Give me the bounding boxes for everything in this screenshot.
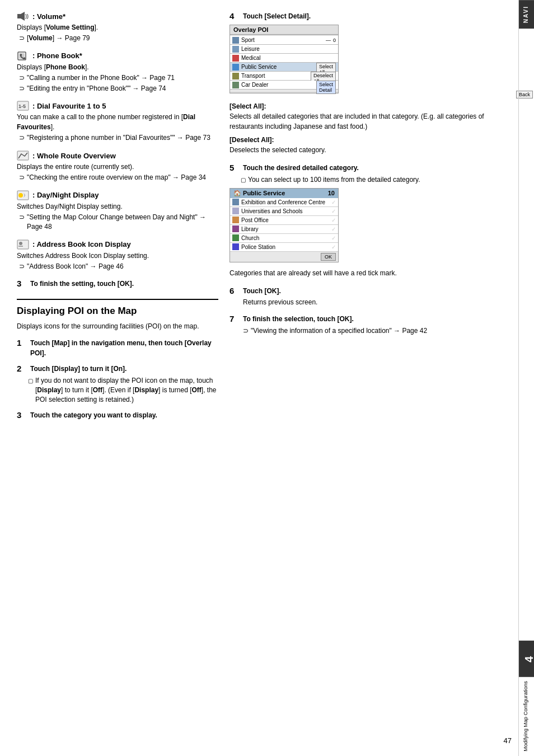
overlay-poi-title: Overlay POI: [230, 25, 338, 35]
poi-step3: 3 Touch the category you want to display…: [17, 410, 218, 420]
whole-route-body: Displays the entire route (currently set…: [17, 162, 218, 182]
poi-step1: 1 Touch [Map] in the navigation menu, th…: [17, 338, 218, 358]
dial-fav-icon: 1-5: [17, 101, 29, 111]
dial-favourite-body: You can make a call to the phone number …: [17, 112, 218, 143]
step6-desc: Returns previous screen.: [243, 298, 502, 306]
public-service-label: Public Service: [241, 64, 277, 70]
volume-title: )) : Volume*: [17, 11, 218, 21]
universities-icon: [232, 208, 239, 214]
tick-note: Categories that are already set will hav…: [229, 268, 502, 278]
poi-step2: 2 Touch [Display] to turn it [On]. ▢ If …: [17, 364, 218, 404]
step7-arrow: ⊃ "Viewing the information of a specifie…: [243, 326, 502, 336]
poi-intro: Displays icons for the surrounding facil…: [17, 321, 218, 331]
police-label: Police Station: [241, 244, 275, 250]
svg-text:📞: 📞: [20, 53, 26, 60]
right-step4-text: Touch [Select Detail].: [243, 11, 502, 21]
screenshot2-footer: OK: [230, 252, 338, 262]
deselect-all-para: [Deselect All]:Deselects the selected ca…: [229, 135, 502, 155]
public-service-row: Public Service Select All: [230, 63, 338, 72]
phonebook-label: : Phone Book*: [32, 51, 82, 60]
library-icon: [232, 226, 239, 232]
volume-arrow: ⊃ [Volume] → Page 79: [19, 34, 218, 43]
exhibition-icon: [232, 199, 239, 205]
section-divider: [17, 299, 218, 300]
step3-block: 3 To finish the setting, touch [OK].: [17, 279, 218, 289]
whole-route-title: : Whole Route Overview: [17, 151, 218, 161]
poi-step2-text: Touch [Display] to turn it [On].: [30, 364, 218, 374]
phone-book-icon: 📞: [17, 51, 29, 61]
sidebar-spacer: [519, 29, 534, 640]
svg-rect-12: [19, 242, 22, 245]
right-step5: 5 Touch the desired detailed category. ▢…: [229, 163, 502, 278]
poi-step2-subnote: ▢ If you do not want to display the POI …: [28, 376, 218, 404]
post-office-icon: [232, 217, 239, 223]
right-step6: 6 Touch [OK]. Returns previous screen.: [229, 286, 502, 306]
dial-favourite-section: 1-5 : Dial Favourite 1 to 5 You can make…: [17, 101, 218, 143]
exhibition-tick: ✓: [331, 199, 336, 205]
universities-row: Universities and Schools ✓: [230, 207, 338, 216]
poi-step2-subnote-text: If you do not want to display the POI ic…: [35, 376, 218, 404]
address-book-section: : Address Book Icon Display Switches Add…: [17, 240, 218, 271]
public-service-screenshot: 🏠 Public Service 10 Exhibition and Confe…: [229, 188, 339, 262]
church-icon: [232, 234, 239, 241]
right-sidebar: NAVI 4 Chapter Modifying Map Configurati…: [518, 0, 534, 756]
poi-step3-line: 3 Touch the category you want to display…: [17, 410, 218, 420]
right-step7-number: 7: [229, 314, 238, 323]
transport-label: Transport: [241, 73, 265, 79]
church-row: Church ✓: [230, 234, 338, 243]
poi-step3-number: 3: [17, 410, 26, 420]
dial-favourite-label: : Dial Favourite 1 to 5: [32, 102, 106, 110]
address-book-icon: [17, 240, 29, 250]
poi-section-header: Displaying POI on the Map: [17, 306, 218, 317]
day-night-body: Switches Day/Night Display setting. ⊃ "S…: [17, 201, 218, 232]
screenshot2-ok-btn[interactable]: OK: [321, 253, 336, 261]
route-icon: [17, 151, 29, 161]
svg-marker-1: [21, 12, 25, 21]
exhibition-label: Exhibition and Conference Centre: [241, 199, 325, 205]
day-night-label: : Day/Night Display: [32, 191, 99, 199]
exhibition-row: Exhibition and Conference Centre ✓: [230, 198, 338, 207]
svg-rect-11: [17, 240, 29, 249]
phonebook-title: 📞 : Phone Book*: [17, 51, 218, 61]
right-step6-line: 6 Touch [OK].: [229, 286, 502, 296]
sport-num: 0: [333, 37, 336, 43]
medical-icon: [232, 55, 239, 62]
day-night-icon: [17, 190, 29, 200]
universities-label: Universities and Schools: [241, 208, 303, 214]
car-dealer-row: Car Dealer Select Detail: [230, 81, 338, 90]
right-step7-text: To finish the selection, touch [OK].: [243, 314, 502, 324]
right-step6-text: Touch [OK].: [243, 286, 502, 296]
volume-label: : Volume*: [32, 12, 65, 21]
square-bullet-icon: ▢: [28, 377, 33, 385]
police-tick: ✓: [331, 244, 336, 250]
volume-icon: )): [17, 11, 29, 21]
post-office-label: Post Office: [241, 217, 269, 223]
transport-icon: [232, 73, 239, 79]
right-step7-line: 7 To finish the selection, touch [OK].: [229, 314, 502, 324]
right-step5-subnote-text: You can select up to 100 items from the …: [248, 175, 420, 185]
page-number: 47: [504, 736, 512, 745]
modifying-tab: Modifying Map Configurations: [519, 677, 534, 756]
svg-text:)): )): [25, 13, 29, 19]
chapter-number: 4: [523, 646, 534, 672]
address-book-label: : Address Book Icon Display: [32, 240, 131, 248]
right-column: 4 Touch [Select Detail]. Overlay POI Spo…: [229, 11, 502, 739]
church-label: Church: [241, 235, 259, 241]
police-row: Police Station ✓: [230, 243, 338, 252]
medical-label: Medical: [241, 55, 260, 61]
right-step5-number: 5: [229, 163, 238, 172]
right-step7: 7 To finish the selection, touch [OK]. ⊃…: [229, 314, 502, 336]
step3-number: 3: [17, 279, 26, 288]
car-dealer-icon: [232, 82, 239, 88]
day-night-section: : Day/Night Display Switches Day/Night D…: [17, 190, 218, 232]
leisure-row: Leisure: [230, 45, 338, 54]
sport-page: —: [326, 37, 331, 43]
sport-icon: [232, 37, 239, 44]
phonebook-arrow1: ⊃ "Calling a number in the Phone Book" →…: [19, 73, 218, 83]
poi-step1-number: 1: [17, 338, 26, 348]
poi-step3-text: Touch the category you want to display.: [30, 410, 218, 420]
post-office-tick: ✓: [331, 217, 336, 223]
public-service-screenshot-title: 🏠 Public Service: [233, 190, 285, 197]
overlay-poi-screenshot: Overlay POI Sport — 0 Leisure: [229, 25, 339, 93]
select-detail-btn[interactable]: Select Detail: [316, 81, 336, 94]
